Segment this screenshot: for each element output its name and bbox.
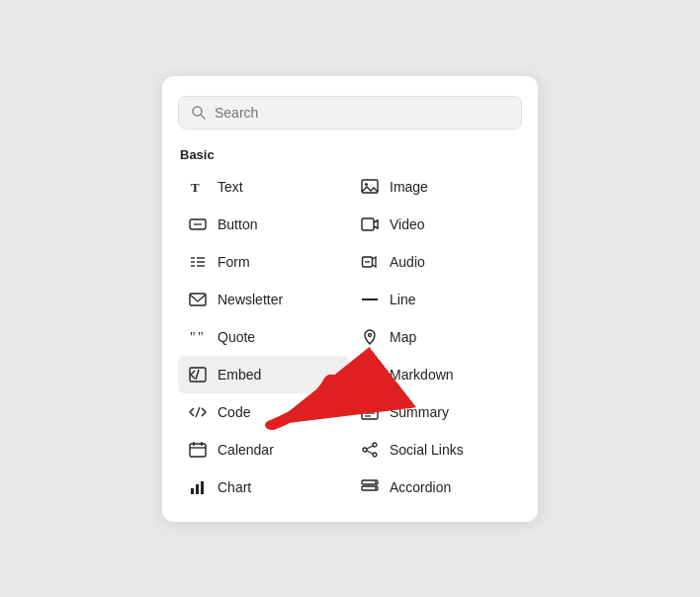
item-form[interactable]: Form bbox=[178, 243, 350, 281]
item-calendar-label: Calendar bbox=[218, 442, 274, 458]
item-map-label: Map bbox=[390, 329, 416, 345]
item-line-label: Line bbox=[390, 292, 415, 307]
line-icon bbox=[360, 290, 380, 309]
svg-rect-27 bbox=[362, 405, 378, 419]
item-quote[interactable]: " " Quote bbox=[178, 318, 350, 356]
item-social-links[interactable]: Social Links bbox=[350, 431, 522, 469]
button-icon bbox=[188, 214, 208, 234]
item-social-links-label: Social Links bbox=[390, 442, 464, 458]
svg-line-23 bbox=[196, 370, 199, 380]
svg-point-21 bbox=[369, 333, 372, 336]
item-line[interactable]: Line bbox=[350, 281, 522, 318]
embed-icon bbox=[188, 365, 208, 384]
search-icon bbox=[191, 105, 207, 121]
item-markdown-label: Markdown bbox=[390, 367, 454, 383]
item-markdown[interactable]: M↓ Markdown bbox=[350, 356, 522, 393]
item-accordion-label: Accordion bbox=[390, 479, 451, 495]
item-code-label: Code bbox=[218, 404, 250, 420]
code-icon bbox=[188, 402, 208, 422]
item-code[interactable]: Code bbox=[178, 393, 350, 431]
item-newsletter-label: Newsletter bbox=[218, 292, 283, 307]
svg-text:": " bbox=[198, 330, 204, 345]
item-audio-label: Audio bbox=[390, 254, 425, 270]
item-calendar[interactable]: Calendar bbox=[178, 431, 350, 469]
svg-point-37 bbox=[373, 453, 377, 457]
accordion-icon bbox=[360, 477, 380, 497]
svg-line-38 bbox=[367, 446, 373, 449]
svg-point-35 bbox=[373, 443, 377, 447]
item-embed-label: Embed bbox=[218, 367, 261, 383]
svg-point-36 bbox=[363, 448, 367, 452]
item-chart[interactable]: Chart bbox=[178, 469, 350, 506]
item-text[interactable]: T Text bbox=[178, 168, 350, 206]
newsletter-icon bbox=[188, 290, 208, 309]
svg-text:": " bbox=[190, 330, 196, 345]
svg-text:M↓: M↓ bbox=[365, 371, 376, 381]
svg-rect-17 bbox=[190, 294, 206, 305]
item-text-label: Text bbox=[218, 179, 243, 195]
item-video-label: Video bbox=[390, 216, 425, 232]
item-newsletter[interactable]: Newsletter bbox=[178, 281, 350, 318]
item-chart-label: Chart bbox=[218, 479, 251, 495]
item-quote-label: Quote bbox=[218, 329, 255, 345]
text-icon: T bbox=[188, 177, 208, 197]
search-input[interactable] bbox=[215, 105, 509, 121]
form-icon bbox=[188, 252, 208, 272]
item-audio[interactable]: Audio bbox=[350, 243, 522, 281]
search-bar[interactable] bbox=[178, 96, 522, 129]
map-icon bbox=[360, 327, 380, 347]
svg-line-39 bbox=[367, 451, 373, 454]
svg-line-26 bbox=[196, 407, 200, 417]
item-video[interactable]: Video bbox=[350, 206, 522, 243]
item-button-label: Button bbox=[218, 216, 257, 232]
svg-rect-7 bbox=[362, 218, 374, 230]
svg-rect-40 bbox=[191, 488, 194, 494]
social-links-icon bbox=[360, 440, 380, 460]
item-accordion[interactable]: Accordion bbox=[350, 469, 522, 506]
item-map[interactable]: Map bbox=[350, 318, 522, 356]
svg-line-1 bbox=[201, 115, 205, 119]
svg-text:T: T bbox=[191, 180, 200, 195]
svg-rect-41 bbox=[196, 484, 199, 494]
summary-icon bbox=[360, 402, 380, 422]
calendar-icon bbox=[188, 440, 208, 460]
item-image-label: Image bbox=[390, 179, 428, 195]
item-embed[interactable]: Embed bbox=[178, 356, 350, 393]
audio-icon bbox=[360, 252, 380, 272]
component-panel: Basic T Text Image bbox=[162, 76, 538, 522]
item-summary-label: Summary bbox=[390, 404, 449, 420]
section-label: Basic bbox=[178, 147, 522, 162]
quote-icon: " " bbox=[188, 327, 208, 347]
svg-rect-31 bbox=[190, 444, 206, 457]
chart-icon bbox=[188, 477, 208, 497]
item-button[interactable]: Button bbox=[178, 206, 350, 243]
image-icon bbox=[360, 177, 380, 197]
items-grid: T Text Image Button bbox=[178, 168, 522, 506]
markdown-icon: M↓ bbox=[360, 365, 380, 384]
item-summary[interactable]: Summary bbox=[350, 393, 522, 431]
svg-rect-3 bbox=[362, 180, 378, 193]
svg-rect-42 bbox=[201, 481, 204, 494]
video-icon bbox=[360, 214, 380, 234]
svg-point-4 bbox=[365, 183, 368, 186]
item-image[interactable]: Image bbox=[350, 168, 522, 206]
item-form-label: Form bbox=[218, 254, 250, 270]
